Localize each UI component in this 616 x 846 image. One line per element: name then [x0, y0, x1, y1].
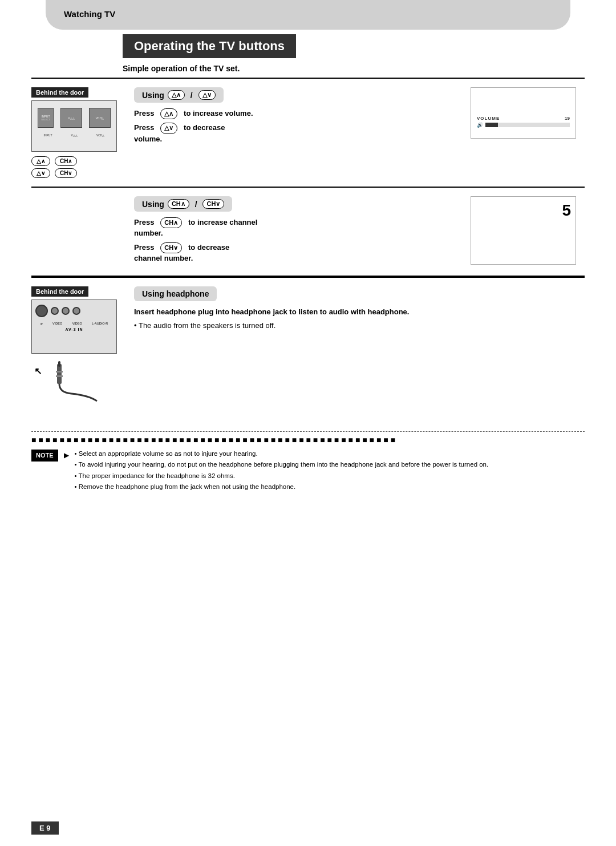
channel-using-header: Using CH∧ / CH∨ — [134, 196, 232, 212]
channel-number: 5 — [562, 201, 571, 220]
svg-rect-3 — [56, 371, 63, 373]
top-banner: Watching TV — [46, 0, 570, 30]
channel-right-col: 5 — [471, 196, 585, 267]
av-3-in-label: AV-3 IN — [32, 327, 116, 331]
ch-dn-inline-btn: CH∨ — [160, 242, 182, 253]
note-item-1: Select an appropriate volume so as not t… — [75, 449, 489, 459]
headphone-section: Behind the door ⌀ VIDEO VIDEO L-AUDIO-R — [31, 277, 585, 414]
volume-indicator: VOLUME 19 🔊 — [477, 116, 570, 128]
note-content: Select an appropriate volume so as not t… — [75, 449, 489, 493]
svg-rect-2 — [58, 361, 60, 367]
headphone-bullet: • The audio from the speakers is turned … — [134, 321, 465, 331]
ch-up-inline-btn: CH∧ — [160, 217, 182, 228]
panel-block-2: V△△ — [60, 108, 82, 128]
note-list: Select an appropriate volume so as not t… — [75, 449, 489, 492]
vol-up-btn-diag: △∧ — [31, 156, 50, 166]
vol-up-inline-btn: △∧ — [160, 108, 177, 119]
ch-dn-using-btn: CH∨ — [202, 199, 224, 209]
tv-panel-diagram: INPUT SELECT V△△ VCH△ INPUT V△△ VCH — [31, 100, 117, 152]
btn-row-2: △∨ CH∨ — [31, 168, 128, 178]
ch-press-dn-instruction: Press CH∨ to decrease channel number. — [134, 242, 465, 264]
page-title: Operating the TV buttons — [123, 34, 296, 58]
simple-operation-subtitle: Simple operation of the TV set. — [123, 64, 585, 73]
note-section: NOTE ▶ Select an appropriate volume so a… — [31, 449, 585, 493]
ch-press-up-instruction: Press CH∧ to increase channel number. — [134, 217, 465, 239]
panel-buttons: △∧ CH∧ △∨ CH∨ — [31, 156, 128, 178]
plug-illustration: ↖ — [31, 358, 106, 404]
channel-left-col — [31, 196, 128, 267]
svg-rect-4 — [56, 375, 63, 377]
volume-section: Behind the door INPUT SELECT V△△ VCH△ — [31, 78, 585, 187]
volume-using-header: Using △∧ / △∨ — [134, 87, 224, 103]
channel-section: Using CH∧ / CH∨ Press CH∧ — [31, 187, 585, 277]
headphone-header: Using headphone — [134, 286, 217, 301]
vol-dn-inline-btn: △∨ — [160, 123, 177, 133]
volume-bar-row: 🔊 — [477, 122, 570, 128]
behind-door-badge-vol: Behind the door — [31, 87, 88, 98]
svg-rect-1 — [57, 364, 62, 384]
btn-row-1: △∧ CH∧ — [31, 156, 128, 166]
page-number: E 9 — [31, 821, 59, 835]
panel-block-3: VCH△ — [89, 108, 111, 128]
jack-audio-l — [62, 307, 70, 315]
headphone-left-col: Behind the door ⌀ VIDEO VIDEO L-AUDIO-R — [31, 286, 128, 406]
note-item-3: The proper impedance for the headphone i… — [75, 471, 489, 481]
jack-video — [51, 307, 59, 315]
behind-door-badge-hp: Behind the door — [31, 286, 88, 297]
av-panel-diagram: ⌀ VIDEO VIDEO L-AUDIO-R AV-3 IN — [31, 299, 117, 354]
section-label: Watching TV — [46, 0, 570, 19]
main-content: Operating the TV buttons Simple operatio… — [31, 34, 585, 493]
jack-audio-r — [72, 307, 80, 315]
vol-dn-using-btn: △∨ — [198, 90, 216, 100]
jack-large — [35, 305, 48, 317]
volume-label-row: VOLUME 19 — [477, 116, 570, 121]
volume-right-col: VOLUME 19 🔊 — [471, 87, 585, 178]
note-badge: NOTE — [31, 450, 58, 462]
volume-mid-col: Using △∧ / △∨ Press △∧ — [128, 87, 471, 178]
volume-left-col: Behind the door INPUT SELECT V△△ VCH△ — [31, 87, 128, 178]
av-connectors — [32, 300, 116, 322]
channel-display-box: 5 — [471, 196, 576, 265]
av-panel-label: ⌀ VIDEO VIDEO L-AUDIO-R — [32, 322, 116, 325]
channel-mid-col: Using CH∧ / CH∨ Press CH∧ — [128, 196, 471, 267]
headphone-right-col — [471, 286, 585, 406]
volume-display-box: VOLUME 19 🔊 — [471, 87, 576, 139]
dashed-pattern: ■ ■ ■ ■ ■ ■ ■ ■ ■ ■ ■ ■ ■ ■ ■ ■ ■ ■ ■ ■ … — [31, 435, 585, 444]
vol-press-dn-instruction: Press △∨ to decrease volume. — [134, 123, 465, 144]
panel-labels: INPUT V△△ VCH△ — [32, 132, 116, 138]
ch-up-btn-diag: CH∧ — [55, 156, 77, 166]
vol-dn-btn-diag: △∨ — [31, 168, 50, 178]
headphone-mid-col: Using headphone Insert headphone plug in… — [128, 286, 471, 406]
headphone-instruction: Insert headphone plug into headphone jac… — [134, 307, 465, 317]
note-item-2: To avoid injuring your hearing, do not p… — [75, 460, 489, 469]
vol-press-up-instruction: Press △∧ to increase volume. — [134, 108, 465, 119]
note-divider: ■ ■ ■ ■ ■ ■ ■ ■ ■ ■ ■ ■ ■ ■ ■ ■ ■ ■ ■ ■ … — [31, 431, 585, 444]
ch-dn-btn-diag: CH∨ — [55, 168, 77, 178]
vol-up-using-btn: △∧ — [168, 90, 185, 100]
volume-bar-bg — [485, 123, 570, 127]
svg-text:↖: ↖ — [34, 366, 42, 376]
panel-block-1: INPUT SELECT — [38, 108, 54, 128]
note-arrow-icon: ▶ — [64, 450, 69, 493]
volume-bar-fill — [485, 123, 498, 127]
note-item-4: Remove the headphone plug from the jack … — [75, 482, 489, 492]
ch-up-using-btn: CH∧ — [168, 199, 189, 209]
headphone-plug-svg: ↖ — [31, 358, 128, 406]
